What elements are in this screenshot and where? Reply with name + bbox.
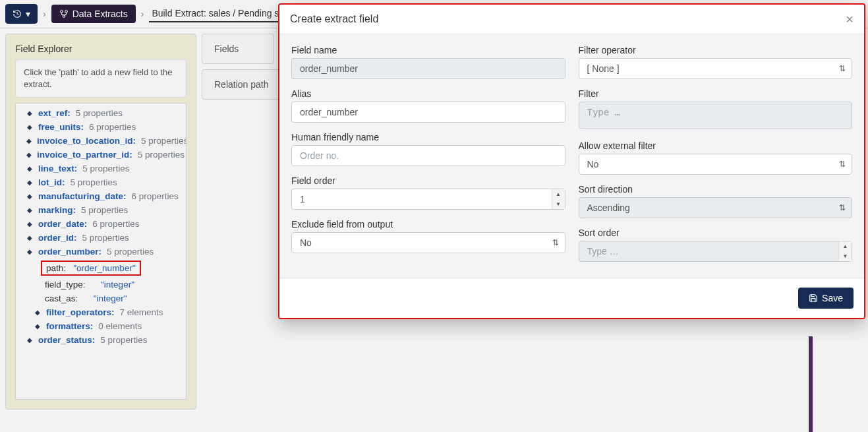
field-name-label: Field name xyxy=(291,45,565,55)
step-up-icon[interactable]: ▲ xyxy=(552,189,565,199)
filter-operator-label: Filter operator xyxy=(579,45,853,55)
field-order-input[interactable] xyxy=(291,189,565,210)
sort-order-input[interactable] xyxy=(579,241,853,262)
field-order-stepper[interactable]: ▲▼ xyxy=(291,189,565,210)
human-name-label: Human friendly name xyxy=(291,132,565,142)
human-name-input[interactable] xyxy=(291,145,565,166)
allow-external-label: Allow external filter xyxy=(579,140,853,151)
alias-input[interactable] xyxy=(291,102,565,123)
close-button[interactable]: × xyxy=(846,13,854,26)
filter-operator-select[interactable]: [ None ] ⇅ xyxy=(579,58,853,79)
sort-order-stepper[interactable]: ▲▼ xyxy=(579,241,853,262)
alias-label: Alias xyxy=(291,88,565,99)
field-order-label: Field order xyxy=(291,175,565,186)
sort-direction-select[interactable]: Ascending ⇅ xyxy=(579,197,853,218)
sort-direction-label: Sort direction xyxy=(579,184,853,195)
exclude-label: Exclude field from output xyxy=(291,219,565,230)
field-name-input[interactable] xyxy=(291,58,565,79)
save-icon xyxy=(809,293,818,303)
save-button[interactable]: Save xyxy=(798,288,854,309)
sort-order-label: Sort order xyxy=(579,228,853,238)
step-down-icon[interactable]: ▼ xyxy=(552,199,565,209)
create-extract-field-modal: Create extract field × Field name Alias … xyxy=(278,3,865,319)
filter-label: Filter xyxy=(579,88,853,99)
exclude-select[interactable]: No ⇅ xyxy=(291,232,565,253)
allow-external-select[interactable]: No ⇅ xyxy=(579,154,853,175)
filter-textarea[interactable] xyxy=(579,102,853,129)
step-up-icon[interactable]: ▲ xyxy=(839,241,852,251)
modal-title: Create extract field xyxy=(290,13,378,25)
step-down-icon[interactable]: ▼ xyxy=(839,251,852,261)
